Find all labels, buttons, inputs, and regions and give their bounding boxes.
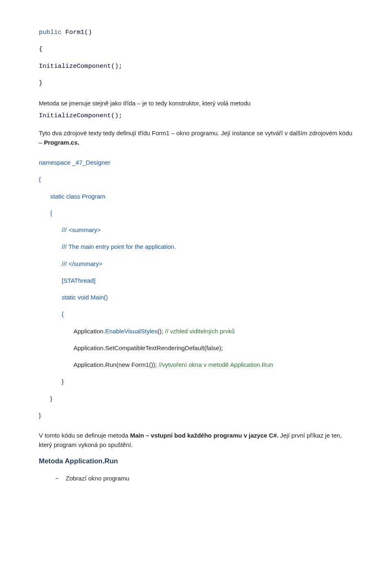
text: Tyto dva zdrojové texty tedy definují tř… bbox=[39, 130, 352, 146]
bullet-icon: − bbox=[55, 474, 66, 483]
code-line: static class Program bbox=[39, 192, 353, 201]
code-comment: // vzhled viditelných prvků bbox=[165, 328, 235, 335]
code-line: static void Main() bbox=[39, 293, 353, 302]
code-brace: } bbox=[39, 394, 353, 403]
code-comment: /// <summary> bbox=[39, 225, 353, 235]
code-line: Application.EnableVisualStyles(); // vzh… bbox=[39, 326, 353, 336]
code-inline: InitializeComponent(); bbox=[39, 111, 353, 121]
code-brace: } bbox=[39, 377, 353, 386]
code-brace: { bbox=[39, 174, 353, 184]
list-item: − Zobrazí okno programu bbox=[39, 474, 353, 483]
paragraph: Metoda se jmenuje stejně jako třída – je… bbox=[39, 98, 353, 108]
code-comment: /// The main entry point for the applica… bbox=[39, 242, 353, 251]
filename-bold: Program.cs. bbox=[44, 139, 80, 146]
code-comment: //vytvoření okna v metodě Application.Ru… bbox=[158, 361, 273, 368]
text: V tomto kódu se definuje metoda bbox=[39, 432, 130, 439]
code-line: namespace _47_Designer bbox=[39, 158, 353, 167]
code-line: Application.Run(new Form1()); //vytvořen… bbox=[39, 360, 353, 369]
code-line: { bbox=[39, 45, 353, 54]
paragraph: Tyto dva zdrojové texty tedy definují tř… bbox=[39, 128, 353, 147]
list-item-text: Zobrazí okno programu bbox=[66, 474, 129, 483]
code-text: Application.Run(new Form1()); bbox=[74, 361, 158, 368]
code-method-link[interactable]: EnableVisualStyles bbox=[105, 328, 158, 335]
code-attribute: [STAThread] bbox=[39, 276, 353, 285]
code-keyword: public bbox=[39, 29, 62, 36]
code-text: (); bbox=[158, 328, 165, 335]
code-text: Application. bbox=[74, 328, 105, 335]
code-brace: { bbox=[39, 208, 353, 218]
text-bold: Main – vstupní bod každého programu v ja… bbox=[130, 432, 280, 439]
paragraph: V tomto kódu se definuje metoda Main – v… bbox=[39, 431, 353, 450]
code-comment: /// </summary> bbox=[39, 259, 353, 268]
code-line: Application.SetCompatibleTextRenderingDe… bbox=[39, 343, 353, 353]
code-brace: } bbox=[39, 411, 353, 420]
text: Metoda se jmenuje stejně jako třída – je… bbox=[39, 100, 251, 107]
code-brace: { bbox=[39, 309, 353, 319]
code-line: } bbox=[39, 78, 353, 88]
heading: Metoda Application.Run bbox=[39, 456, 353, 467]
code-line: InitializeComponent(); bbox=[39, 62, 353, 71]
code-text: Form1() bbox=[62, 29, 92, 36]
